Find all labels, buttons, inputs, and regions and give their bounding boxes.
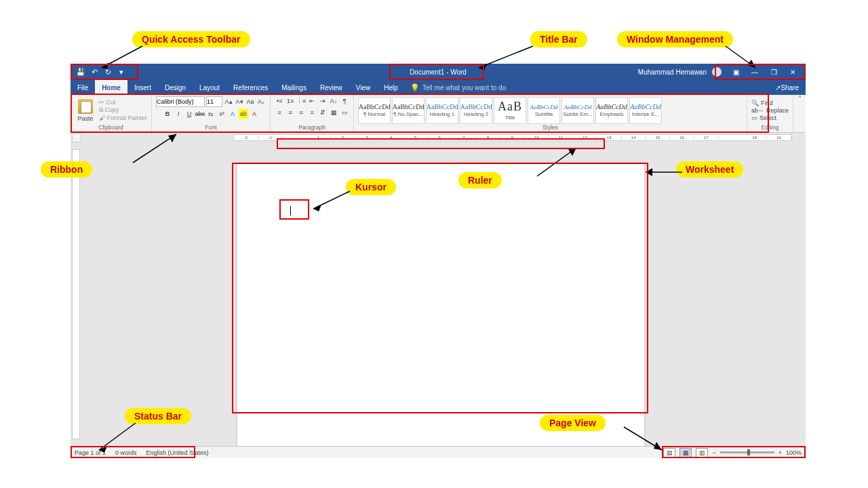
show-marks-button[interactable]: ¶	[340, 96, 349, 106]
line-spacing-button[interactable]: ⇵	[318, 108, 328, 117]
page-count[interactable]: Page 1 of 1	[75, 449, 106, 456]
tab-view[interactable]: View	[349, 80, 378, 95]
horizontal-ruler[interactable]: -2-112345678910111213141516171819	[233, 134, 792, 141]
replace-button[interactable]: ab↔ Replace	[751, 107, 789, 114]
superscript-button[interactable]: x²	[217, 109, 226, 119]
font-name-combo[interactable]	[156, 96, 205, 107]
tab-help[interactable]: Help	[377, 80, 405, 95]
grow-font-button[interactable]: A▴	[224, 97, 233, 106]
save-icon[interactable]: 💾	[76, 67, 85, 77]
group-editing: 🔍 Find ab↔ Replace ▭ Select Editing	[747, 95, 793, 132]
zoom-level[interactable]: 100%	[786, 449, 802, 456]
restore-button[interactable]: ❐	[765, 64, 783, 80]
increase-indent-button[interactable]: ⇥	[318, 96, 328, 106]
select-button[interactable]: ▭ Select	[751, 115, 789, 121]
strikethrough-button[interactable]: abc	[195, 109, 205, 119]
user-area: Muhammad Hernawan ▣ — ❐ ✕	[634, 64, 806, 80]
callout-titlebar: Title Bar	[530, 31, 587, 47]
text-effects-button[interactable]: A	[228, 109, 237, 119]
tab-selector[interactable]	[72, 133, 81, 142]
copy-button[interactable]: ⧉ Copy	[99, 106, 147, 114]
bold-button[interactable]: B	[163, 109, 172, 119]
tab-mailings[interactable]: Mailings	[275, 80, 313, 95]
tab-insert[interactable]: Insert	[127, 80, 158, 95]
justify-button[interactable]: ≡	[307, 108, 317, 117]
tab-design[interactable]: Design	[158, 80, 193, 95]
ribbon: Paste ✂ Cut ⧉ Copy 🖌 Format Painter Clip…	[71, 95, 806, 133]
decrease-indent-button[interactable]: ⇤	[307, 96, 317, 106]
style-emphasis[interactable]: AaBbCcDdEmphasis	[595, 97, 628, 124]
undo-icon[interactable]: ↶	[90, 67, 99, 77]
style-heading-1[interactable]: AaBbCcDdHeading 1	[426, 97, 458, 124]
style-intense-e-[interactable]: AaBbCcDdIntense E...	[629, 97, 662, 124]
format-painter-button[interactable]: 🖌 Format Painter	[99, 115, 147, 121]
font-color-button[interactable]: A	[250, 109, 259, 119]
subscript-button[interactable]: x₂	[206, 109, 216, 119]
paste-button[interactable]: Paste	[75, 99, 96, 122]
zoom-slider[interactable]	[720, 451, 774, 453]
numbering-button[interactable]: 1≡	[285, 96, 295, 106]
qat-customize-icon[interactable]: ▾	[117, 67, 126, 77]
tab-references[interactable]: References	[226, 80, 275, 95]
callout-qat: Quick Access Toolbar	[132, 31, 250, 47]
web-layout-button[interactable]: ▥	[696, 448, 708, 458]
sort-button[interactable]: A↓	[329, 96, 338, 106]
redo-icon[interactable]: ↻	[103, 67, 113, 77]
shrink-font-button[interactable]: A▾	[235, 97, 244, 106]
borders-button[interactable]: ▭	[340, 108, 349, 117]
style-subtitle[interactable]: AaBbCcDdSubtitle	[528, 97, 560, 124]
document-title: Document1 - Word	[410, 68, 467, 76]
underline-button[interactable]: U	[184, 109, 194, 119]
italic-button[interactable]: I	[174, 109, 183, 119]
cut-button[interactable]: ✂ Cut	[99, 99, 147, 106]
close-button[interactable]: ✕	[784, 64, 802, 80]
clear-formatting-button[interactable]: Aₓ	[256, 97, 266, 106]
group-paragraph: •≡ 1≡ ⋮≡ ⇤ ⇥ A↓ ¶ ≡ ≡ ≡ ≡ ⇵ ▦ ▭	[271, 95, 354, 132]
tab-home[interactable]: Home	[95, 80, 127, 95]
callout-statusbar: Status Bar	[125, 408, 191, 424]
ribbon-tabs: File Home Insert Design Layout Reference…	[71, 80, 806, 95]
callout-ribbon: Ribbon	[41, 161, 92, 178]
change-case-button[interactable]: Aa	[245, 97, 255, 106]
tell-me-search[interactable]: 💡 Tell me what you want to do	[405, 80, 511, 95]
vertical-ruler[interactable]	[72, 149, 80, 439]
ribbon-options-button[interactable]: ▣	[727, 64, 745, 80]
group-styles: AaBbCcDd¶ NormalAaBbCcDd¶ No Spac...AaBb…	[354, 95, 747, 132]
share-button[interactable]: ↗ Share	[768, 80, 806, 95]
bullets-button[interactable]: •≡	[275, 96, 284, 106]
paragraph-group-label: Paragraph	[275, 124, 349, 131]
style-heading-2[interactable]: AaBbCcDdHeading 2	[460, 97, 492, 124]
user-name: Muhammad Hernawan	[638, 68, 707, 76]
document-page[interactable]	[237, 163, 644, 446]
print-layout-button[interactable]: ▦	[679, 448, 692, 458]
style-subtle-em-[interactable]: AaBbCcDdSubtle Em...	[561, 97, 594, 124]
highlight-button[interactable]: ab	[239, 109, 248, 119]
find-button[interactable]: 🔍 Find	[751, 100, 789, 106]
font-size-combo[interactable]	[206, 96, 222, 107]
style-title[interactable]: AaBTitle	[494, 97, 526, 124]
tab-review[interactable]: Review	[313, 80, 349, 95]
align-left-button[interactable]: ≡	[275, 108, 284, 117]
quick-access-toolbar: 💾 ↶ ↻ ▾	[71, 67, 132, 77]
editing-group-label: Editing	[751, 124, 789, 131]
multilevel-list-button[interactable]: ⋮≡	[296, 96, 306, 106]
zoom-out-button[interactable]: −	[712, 449, 715, 456]
tab-layout[interactable]: Layout	[193, 80, 226, 95]
language[interactable]: English (United States)	[146, 449, 209, 456]
avatar[interactable]	[712, 67, 722, 77]
read-mode-button[interactable]: ▤	[663, 448, 675, 458]
group-clipboard: Paste ✂ Cut ⧉ Copy 🖌 Format Painter Clip…	[71, 95, 152, 132]
collapse-ribbon-button[interactable]: ˄	[793, 95, 806, 132]
style--normal[interactable]: AaBbCcDd¶ Normal	[358, 97, 391, 124]
style--no-spac-[interactable]: AaBbCcDd¶ No Spac...	[392, 97, 425, 124]
align-right-button[interactable]: ≡	[296, 108, 306, 117]
tab-file[interactable]: File	[71, 80, 95, 95]
minimize-button[interactable]: —	[746, 64, 764, 80]
align-center-button[interactable]: ≡	[285, 108, 295, 117]
paste-label: Paste	[77, 115, 93, 122]
shading-button[interactable]: ▦	[329, 108, 338, 117]
zoom-in-button[interactable]: +	[778, 449, 782, 456]
word-count[interactable]: 0 words	[115, 449, 137, 456]
clipboard-group-label: Clipboard	[75, 124, 147, 131]
window-controls: ▣ — ❐ ✕	[727, 64, 802, 80]
